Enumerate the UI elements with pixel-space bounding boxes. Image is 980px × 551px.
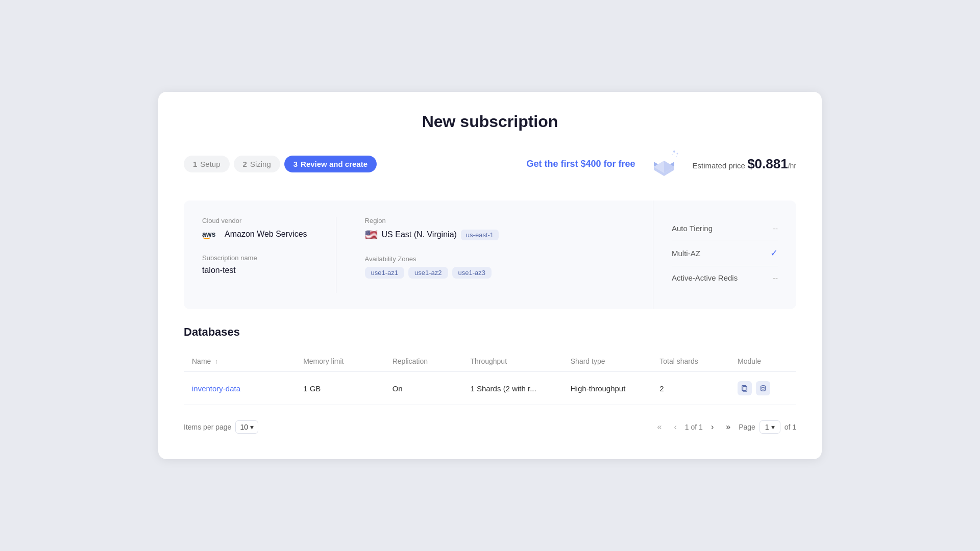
per-page-select[interactable]: 10 ▾ xyxy=(235,420,258,434)
cloud-vendor-group: Cloud vendor aws Amazon Web Services xyxy=(202,217,307,240)
az-badge-3: use1-az3 xyxy=(452,267,492,279)
db-shard-type-cell: High-throughput xyxy=(562,372,652,405)
first-page-button[interactable]: « xyxy=(653,420,666,434)
module-copy-icon xyxy=(738,381,752,395)
svg-point-0 xyxy=(673,151,675,153)
region-code-badge: us-east-1 xyxy=(461,230,499,240)
multi-az-item: Multi-AZ ✓ xyxy=(672,240,778,266)
col-header-replication: Replication xyxy=(384,351,462,372)
pagination-controls: « ‹ 1 of 1 › » Page 1 ▾ of 1 xyxy=(653,420,796,434)
db-total-shards-cell: 2 xyxy=(651,372,729,405)
region-name: US East (N. Virginia) xyxy=(382,230,457,239)
page-select-chevron-icon: ▾ xyxy=(771,423,775,431)
auto-tiering-value: -- xyxy=(773,224,778,233)
next-page-button[interactable]: › xyxy=(707,420,718,434)
auto-tiering-item: Auto Tiering -- xyxy=(672,217,778,240)
db-module-cell xyxy=(729,372,796,405)
auto-tiering-label: Auto Tiering xyxy=(672,224,713,233)
summary-left: Cloud vendor aws Amazon Web Services Sub… xyxy=(184,201,653,309)
az-group: Availability Zones use1-az1 use1-az2 use… xyxy=(365,255,499,279)
col-header-name: Name ↑ xyxy=(184,351,295,372)
free-offer-text: Get the first $400 for free xyxy=(526,159,635,169)
cloud-vendor-name: Amazon Web Services xyxy=(225,230,307,239)
subscription-name-group: Subscription name talon-test xyxy=(202,254,307,275)
page-select[interactable]: 1 ▾ xyxy=(760,420,780,434)
databases-table: Name ↑ Memory limit Replication Throughp… xyxy=(184,351,796,405)
svg-point-2 xyxy=(672,154,673,155)
step-1-number: 1 xyxy=(193,160,197,168)
databases-title: Databases xyxy=(184,325,796,339)
cube-icon xyxy=(648,147,680,180)
region-label: Region xyxy=(365,217,499,224)
us-flag-icon: 🇺🇸 xyxy=(365,229,378,241)
step-3-label: Review and create xyxy=(301,160,368,168)
estimated-label: Estimated price xyxy=(693,161,745,170)
estimated-value: $0.881 xyxy=(747,156,788,171)
last-page-button[interactable]: » xyxy=(722,420,734,434)
active-active-label: Active-Active Redis xyxy=(672,273,738,282)
multi-az-label: Multi-AZ xyxy=(672,249,700,258)
per-hr: /hr xyxy=(788,162,796,170)
db-name-cell: inventory-data xyxy=(184,372,295,405)
svg-point-7 xyxy=(761,386,766,388)
multi-az-check-icon: ✓ xyxy=(770,247,778,259)
aws-logo-icon: aws xyxy=(202,229,220,240)
summary-right: Auto Tiering -- Multi-AZ ✓ Active-Active… xyxy=(653,201,796,309)
steps-nav: 1 Setup 2 Sizing 3 Review and create xyxy=(184,156,377,172)
db-replication-cell: On xyxy=(384,372,462,405)
main-card: New subscription 1 Setup 2 Sizing 3 Revi… xyxy=(158,92,822,459)
col-header-memory: Memory limit xyxy=(295,351,384,372)
page-info: 1 of 1 xyxy=(685,423,703,431)
active-active-item: Active-Active Redis -- xyxy=(672,266,778,289)
region-value: 🇺🇸 US East (N. Virginia) us-east-1 xyxy=(365,229,499,241)
step-1-label: Setup xyxy=(200,160,220,168)
db-memory-cell: 1 GB xyxy=(295,372,384,405)
step-3-number: 3 xyxy=(293,160,298,168)
subscription-name-label: Subscription name xyxy=(202,254,307,262)
step-2-label: Sizing xyxy=(250,160,271,168)
top-bar: 1 Setup 2 Sizing 3 Review and create Get… xyxy=(184,147,796,180)
estimated-price: Estimated price $0.881/hr xyxy=(693,156,796,172)
az-badge-1: use1-az1 xyxy=(365,267,404,279)
table-row: inventory-data 1 GB On 1 Shards (2 with … xyxy=(184,372,796,405)
table-header-row: Name ↑ Memory limit Replication Throughp… xyxy=(184,351,796,372)
sort-icon[interactable]: ↑ xyxy=(215,358,218,365)
region-group: Region 🇺🇸 US East (N. Virginia) us-east-… xyxy=(365,217,499,241)
page-label: Page xyxy=(739,423,755,431)
prev-page-button[interactable]: ‹ xyxy=(670,420,681,434)
pagination-bar: Items per page 10 ▾ « ‹ 1 of 1 › » Page xyxy=(184,415,796,434)
col-header-shard-type: Shard type xyxy=(562,351,652,372)
az-badge-2: use1-az2 xyxy=(408,267,448,279)
of-total-label: of 1 xyxy=(785,423,796,431)
col-header-total-shards: Total shards xyxy=(651,351,729,372)
svg-point-1 xyxy=(676,153,678,155)
subscription-name-value: talon-test xyxy=(202,266,307,275)
svg-point-3 xyxy=(676,156,677,157)
cloud-vendor-label: Cloud vendor xyxy=(202,217,307,224)
free-amount: $400 xyxy=(581,159,601,169)
module-icons xyxy=(738,381,788,395)
items-per-page: Items per page 10 ▾ xyxy=(184,420,258,434)
az-label: Availability Zones xyxy=(365,255,499,263)
svg-text:aws: aws xyxy=(202,230,216,238)
cloud-vendor-value: aws Amazon Web Services xyxy=(202,229,307,240)
page-title: New subscription xyxy=(184,112,796,131)
az-badges: use1-az1 use1-az2 use1-az3 xyxy=(365,267,499,279)
step-1-setup[interactable]: 1 Setup xyxy=(184,156,230,172)
step-2-sizing[interactable]: 2 Sizing xyxy=(234,156,280,172)
summary-card: Cloud vendor aws Amazon Web Services Sub… xyxy=(184,201,796,309)
col-header-module: Module xyxy=(729,351,796,372)
databases-section: Databases Name ↑ Memory limit Replicatio… xyxy=(184,325,796,434)
step-3-review[interactable]: 3 Review and create xyxy=(284,156,377,172)
col-header-throughput: Throughput xyxy=(462,351,562,372)
step-2-number: 2 xyxy=(243,160,247,168)
chevron-down-icon: ▾ xyxy=(250,423,254,431)
active-active-value: -- xyxy=(773,273,778,282)
right-info: Get the first $400 for free xyxy=(526,147,796,180)
db-name-link[interactable]: inventory-data xyxy=(192,384,240,393)
items-per-page-label: Items per page xyxy=(184,423,231,431)
module-database-icon xyxy=(756,381,770,395)
db-throughput-cell: 1 Shards (2 with r... xyxy=(462,372,562,405)
